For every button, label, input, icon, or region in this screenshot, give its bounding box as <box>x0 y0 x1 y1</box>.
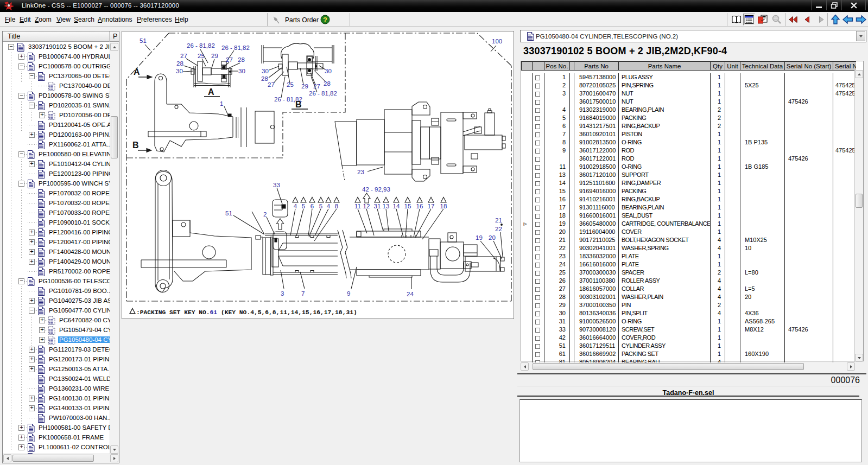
svg-text:8: 8 <box>335 203 338 209</box>
svg-text:29: 29 <box>211 53 218 59</box>
svg-text:27: 27 <box>268 81 275 88</box>
svg-text:28: 28 <box>176 60 183 67</box>
svg-text:17: 17 <box>428 203 435 209</box>
svg-text:?: ? <box>323 16 327 24</box>
svg-text:33: 33 <box>273 182 280 188</box>
svg-text:12: 12 <box>363 203 370 209</box>
svg-text:30: 30 <box>238 68 245 74</box>
svg-text:51: 51 <box>140 37 147 44</box>
svg-text:A: A <box>208 87 214 97</box>
svg-text:6: 6 <box>311 203 314 209</box>
svg-text:42 - 92,93: 42 - 92,93 <box>362 186 390 193</box>
svg-text:30: 30 <box>262 68 269 74</box>
svg-text:14: 14 <box>393 203 400 209</box>
svg-text:2: 2 <box>263 211 267 218</box>
svg-text:B: B <box>132 141 139 150</box>
svg-text:31: 31 <box>374 203 381 209</box>
svg-text:25: 25 <box>287 81 294 88</box>
svg-text:3: 3 <box>281 290 284 297</box>
svg-text:100: 100 <box>492 38 502 44</box>
svg-text:4: 4 <box>294 203 297 209</box>
svg-text:19: 19 <box>476 234 483 241</box>
svg-text:24: 24 <box>407 291 414 297</box>
svg-text:4: 4 <box>327 203 331 209</box>
svg-text:15: 15 <box>404 203 411 209</box>
svg-text:27: 27 <box>180 53 187 59</box>
svg-text:5: 5 <box>319 203 322 209</box>
svg-text:51: 51 <box>225 210 232 216</box>
svg-text:27: 27 <box>313 83 320 90</box>
svg-text:26 - 81,82: 26 - 81,82 <box>187 42 215 49</box>
svg-text:28: 28 <box>324 80 331 87</box>
svg-text:13: 13 <box>383 203 390 209</box>
svg-text:A: A <box>134 67 140 77</box>
svg-text:22: 22 <box>495 226 502 232</box>
svg-text:26 - 81,82: 26 - 81,82 <box>221 44 250 51</box>
svg-text:23: 23 <box>357 169 364 175</box>
svg-text:29: 29 <box>301 83 308 90</box>
svg-text:25: 25 <box>198 53 205 59</box>
svg-text:20: 20 <box>489 234 496 241</box>
svg-text:28: 28 <box>261 75 268 82</box>
svg-text:30: 30 <box>176 68 183 74</box>
svg-text:1: 1 <box>220 100 223 107</box>
svg-text:28: 28 <box>238 56 245 63</box>
svg-text:27: 27 <box>226 56 233 63</box>
svg-text::PACKING SET KEY NO.61 (KEY N: :PACKING SET KEY NO.61 (KEY NO.4,5,6,8,1… <box>136 309 357 316</box>
svg-text:16: 16 <box>416 203 423 209</box>
svg-text:5: 5 <box>302 203 305 209</box>
svg-text:11: 11 <box>354 203 361 209</box>
svg-text:7: 7 <box>301 290 305 297</box>
svg-text:18: 18 <box>440 203 447 209</box>
svg-text:21: 21 <box>495 217 502 224</box>
svg-text:26 - 81,82: 26 - 81,82 <box>309 90 337 97</box>
svg-text:30: 30 <box>325 68 332 74</box>
svg-text:B: B <box>295 100 302 109</box>
svg-text:9: 9 <box>347 290 350 297</box>
